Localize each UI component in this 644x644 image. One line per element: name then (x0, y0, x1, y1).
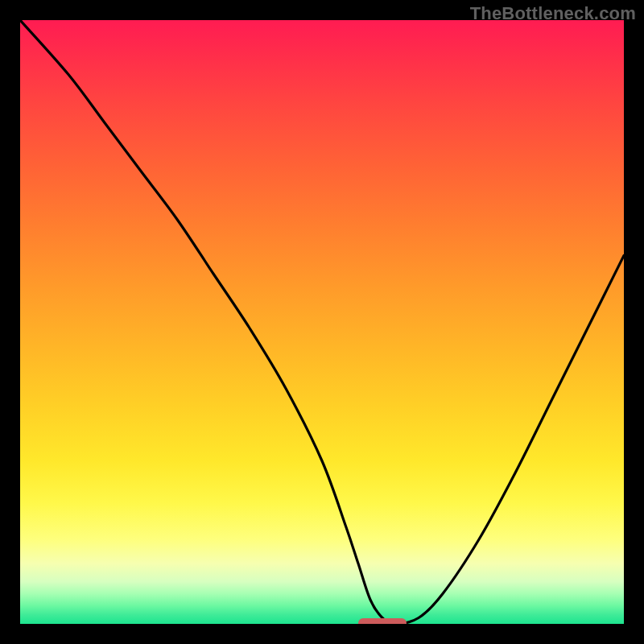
optimal-marker (358, 618, 407, 624)
bottleneck-curve (20, 20, 624, 624)
watermark-text: TheBottleneck.com (470, 3, 636, 24)
plot-area (20, 20, 624, 624)
chart-frame: TheBottleneck.com (0, 0, 644, 644)
